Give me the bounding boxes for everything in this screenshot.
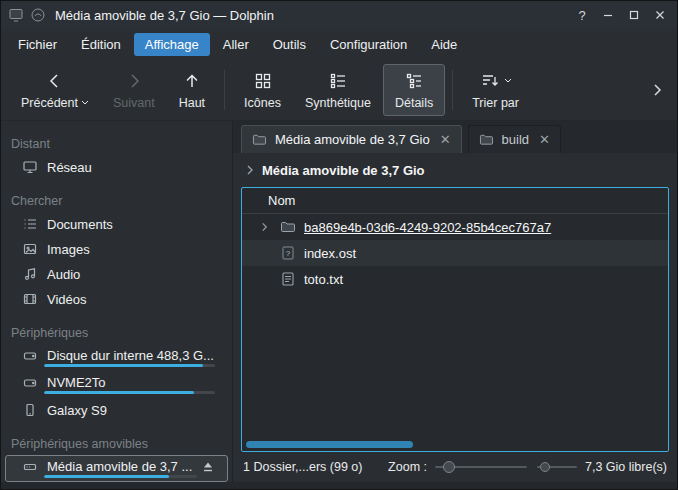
window-bottom-edge [1,482,677,489]
breadcrumb-location[interactable]: Média amovible de 3,7 Gio [262,163,425,178]
zoom-label: Zoom : [388,460,427,474]
tab-close-button[interactable]: ✕ [539,132,550,147]
network-icon [22,159,38,175]
sidebar-item-nvme2to[interactable]: NVME2To [5,371,228,398]
dropdown-caret-icon [81,100,89,105]
icons-view-icon [253,71,273,91]
videos-icon [22,291,38,307]
file-view[interactable]: Nom ba869e4b-03d6-4249-9202-85b4cec767a7… [241,187,669,452]
file-row[interactable]: toto.txt [242,266,668,292]
tab-build[interactable]: build ✕ [468,125,561,153]
details-view-icon [404,71,424,91]
close-button[interactable] [647,4,673,26]
dropdown-caret-icon [504,78,512,83]
zoom-slider[interactable] [435,460,527,474]
sidebar-item-videos[interactable]: Vidéos [5,287,228,312]
disk-usage-bar [44,364,215,367]
text-file-icon [280,271,296,287]
disk-usage-bar [44,475,197,478]
zoom-slider-handle[interactable] [443,461,455,473]
column-header-nom[interactable]: Nom [242,188,668,214]
chevron-right-icon [649,82,665,98]
file-row[interactable]: ? index.ost [242,240,668,266]
file-name[interactable]: toto.txt [304,272,343,287]
tab-close-button[interactable]: ✕ [440,132,451,147]
phone-icon [22,402,38,418]
menu-aller[interactable]: Aller [212,33,260,56]
scrollbar-handle[interactable] [246,441,413,448]
svg-text:?: ? [286,249,291,258]
removable-media-icon [22,459,38,475]
sidebar-item-media-amovible[interactable]: Média amovible de 3,7 ... [5,455,228,482]
places-section-peripheriques: Périphériques [1,320,232,344]
free-space-handle [540,462,550,472]
icons-view-button[interactable]: Icônes [232,64,293,116]
back-button[interactable]: Précédent [9,64,101,116]
sidebar-item-audio[interactable]: Audio [5,262,228,287]
up-button[interactable]: Haut [167,64,217,116]
status-summary: 1 Dossier,...ers (99 o) [243,460,378,474]
free-space-bar [537,460,577,474]
menu-configuration[interactable]: Configuration [319,33,418,56]
titlebar[interactable]: Média amovible de 3,7 Gio — Dolphin ? [1,1,677,29]
maximize-button[interactable] [621,4,647,26]
places-section-distant: Distant [1,131,232,155]
places-section-amovibles: Périphériques amovibles [1,431,232,455]
dolphin-app-icon [29,6,47,24]
menu-fichier[interactable]: Fichier [7,33,68,56]
eject-button[interactable] [201,460,215,474]
file-row[interactable]: ba869e4b-03d6-4249-9202-85b4cec767a7 [242,214,668,240]
tab-bar: Média amovible de 3,7 Gio ✕ build ✕ [233,121,677,153]
images-icon [22,241,38,257]
free-space-label: 7,3 Gio libre(s) [585,460,667,474]
sidebar-item-galaxy-s9[interactable]: Galaxy S9 [5,398,228,423]
unknown-file-icon: ? [280,245,296,261]
menu-outils[interactable]: Outils [262,33,317,56]
breadcrumb[interactable]: Média amovible de 3,7 Gio [233,153,677,187]
sidebar-item-documents[interactable]: Documents [5,212,228,237]
toolbar: Précédent Suivant Haut Icônes Synthétiqu… [1,59,677,121]
close-icon [652,7,668,23]
main-view: Média amovible de 3,7 Gio ✕ build ✕ Médi… [233,121,677,482]
documents-icon [22,216,38,232]
compact-view-button[interactable]: Synthétique [293,64,383,116]
toolbar-overflow-button[interactable] [645,82,669,98]
window-title: Média amovible de 3,7 Gio — Dolphin [55,8,274,23]
folder-icon [479,133,494,146]
minimize-icon [600,7,616,23]
dolphin-window: Média amovible de 3,7 Gio — Dolphin ? Fi… [0,0,678,490]
disk-usage-bar [44,391,215,394]
menu-affichage[interactable]: Affichage [134,33,210,56]
sort-icon [480,71,500,91]
maximize-icon [626,7,642,23]
expand-arrow-icon[interactable] [256,222,272,232]
minimize-button[interactable] [595,4,621,26]
toolbar-separator [452,70,453,110]
sidebar-item-reseau[interactable]: Réseau [5,155,228,180]
chevron-left-icon [45,71,65,91]
details-view-button[interactable]: Détails [383,64,445,116]
places-section-chercher: Chercher [1,188,232,212]
menu-aide[interactable]: Aide [420,33,468,56]
menubar: Fichier Édition Affichage Aller Outils C… [1,29,677,59]
places-panel: Distant Réseau Chercher Documents Images… [1,121,233,482]
forward-button[interactable]: Suivant [101,64,167,116]
file-name[interactable]: ba869e4b-03d6-4249-9202-85b4cec767a7 [304,220,551,235]
compact-view-icon [328,71,348,91]
horizontal-scrollbar[interactable] [246,441,664,448]
sidebar-item-images[interactable]: Images [5,237,228,262]
tab-media-amovible[interactable]: Média amovible de 3,7 Gio ✕ [241,125,462,153]
file-name[interactable]: index.ost [304,246,356,261]
sidebar-item-disque-dur-interne[interactable]: Disque dur interne 488,3 G... [5,344,228,371]
status-bar: 1 Dossier,...ers (99 o) Zoom : 7,3 Gio l… [233,452,677,482]
hard-drive-icon [22,348,38,364]
help-button[interactable]: ? [569,4,595,26]
arrow-up-icon [182,71,202,91]
toolbar-separator [224,70,225,110]
folder-icon [280,219,296,235]
chevron-right-icon [124,71,144,91]
chevron-right-icon [245,165,255,175]
app-icon [7,6,25,24]
sort-by-button[interactable]: Trier par [460,64,531,116]
menu-edition[interactable]: Édition [70,33,132,56]
